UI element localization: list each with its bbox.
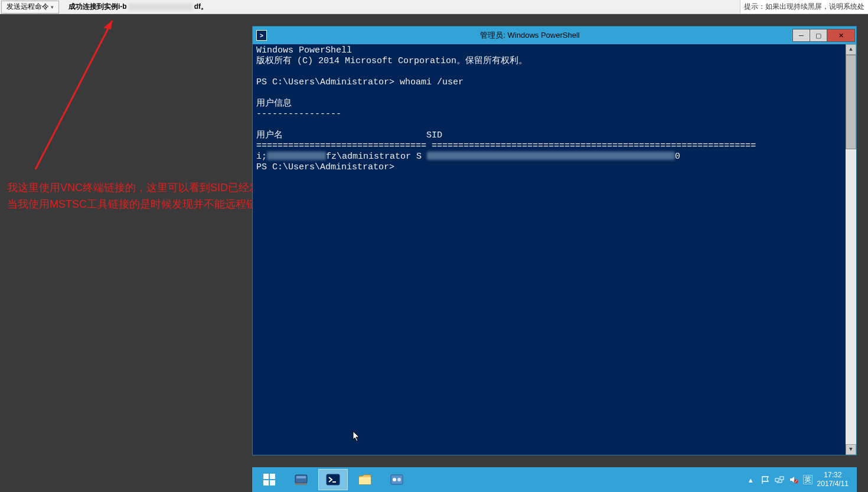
svg-rect-7 — [296, 476, 306, 478]
start-icon — [262, 473, 276, 487]
taskbar-tray: ▴ 英 17:32 2017/4/11 — [746, 471, 854, 488]
ps-row-suffix: 0 — [675, 152, 680, 162]
start-button[interactable] — [254, 469, 284, 490]
ps-col-sid: SID — [426, 130, 442, 140]
ime-indicator[interactable]: 英 — [803, 475, 812, 484]
annotation-arrow — [32, 16, 133, 181]
taskbar-control-panel[interactable] — [382, 469, 412, 490]
explorer-icon — [357, 471, 373, 488]
svg-rect-9 — [327, 474, 340, 485]
network-icon[interactable] — [775, 475, 784, 484]
powershell-body[interactable]: Windows PowerShell 版权所有 (C) 2014 Microso… — [253, 44, 856, 455]
svg-rect-3 — [270, 474, 275, 479]
ps-line: ---------------- — [256, 109, 341, 119]
ps-row-mid: fz\administrator S — [326, 152, 422, 162]
clock-date: 2017/4/11 — [817, 480, 849, 488]
svg-rect-5 — [270, 480, 275, 486]
maximize-button[interactable]: ▢ — [810, 29, 827, 42]
ps-row-prefix: i; — [256, 152, 267, 162]
svg-rect-15 — [775, 478, 779, 481]
ps-line: Windows PowerShell — [256, 45, 352, 55]
scroll-up-button[interactable]: ▲ — [846, 44, 856, 55]
powershell-title: 管理员: Windows PowerShell — [267, 30, 793, 41]
close-button[interactable]: ✕ — [827, 29, 855, 42]
taskbar-file-explorer[interactable] — [350, 469, 380, 490]
hint-text: 提示：如果出现持续黑屏，说明系统处 — [740, 0, 868, 14]
svg-rect-8 — [295, 483, 307, 485]
status-prefix: 成功连接到实例i-b — [68, 2, 127, 12]
action-center-flag-icon[interactable] — [761, 475, 770, 484]
svg-point-14 — [397, 478, 401, 481]
svg-rect-16 — [780, 477, 784, 480]
send-remote-command-button[interactable]: 发送远程命令 — [1, 1, 59, 14]
powershell-scrollbar[interactable]: ▲ ▼ — [846, 44, 856, 455]
server-manager-icon — [293, 471, 309, 488]
tray-chevron-icon[interactable]: ▴ — [746, 475, 756, 484]
windows-taskbar: ▴ 英 17:32 2017/4/11 — [252, 467, 857, 492]
ps-line: 版权所有 (C) 2014 Microsoft Corporation。保留所有… — [256, 56, 527, 66]
vnc-top-bar: 发送远程命令 成功连接到实例i-b xxxxxxxxxx df。 提示：如果出现… — [0, 0, 868, 14]
powershell-titlebar[interactable]: > 管理员: Windows PowerShell ─ ▢ ✕ — [253, 27, 856, 44]
sound-muted-icon[interactable] — [789, 475, 798, 484]
powershell-titlebar-icon: > — [256, 30, 267, 41]
ps-line: PS C:\Users\Administrator> — [256, 162, 394, 172]
redacted-sid: xxxxxxxxxxxxxxxxxxxxxxxxxxxxxxxxxxxx — [427, 152, 675, 160]
minimize-button[interactable]: ─ — [792, 29, 810, 42]
powershell-window: > 管理员: Windows PowerShell ─ ▢ ✕ Windows … — [252, 26, 857, 455]
ps-line: 用户信息 — [256, 99, 292, 109]
control-panel-icon — [389, 471, 405, 488]
redacted-hostname: xxxxxxxx — [267, 152, 326, 160]
svg-marker-1 — [103, 21, 112, 29]
svg-point-13 — [393, 478, 396, 481]
redacted-instance-id: xxxxxxxxxx — [128, 4, 193, 11]
svg-rect-4 — [263, 480, 269, 486]
send-cmd-label: 发送远程命令 — [6, 2, 49, 12]
taskbar-server-manager[interactable] — [286, 469, 316, 490]
vnc-remote-area[interactable]: 我这里使用VNC终端链接的，这里可以看到SID已经发生改变， 当我使用MSTSC… — [0, 14, 868, 492]
powershell-icon — [325, 471, 341, 488]
svg-line-0 — [35, 21, 112, 169]
connection-status: 成功连接到实例i-b xxxxxxxxxx df。 — [65, 2, 211, 12]
taskbar-powershell[interactable] — [318, 469, 348, 490]
ps-line: PS C:\Users\Administrator> whoami /user — [256, 77, 464, 87]
ps-col-user: 用户名 — [256, 130, 283, 140]
taskbar-clock[interactable]: 17:32 2017/4/11 — [817, 471, 849, 488]
clock-time: 17:32 — [817, 471, 849, 480]
ps-sep2: ========================================… — [432, 141, 756, 151]
scroll-down-button[interactable]: ▼ — [846, 444, 856, 455]
window-buttons: ─ ▢ ✕ — [793, 29, 855, 42]
svg-rect-11 — [359, 477, 371, 484]
status-suffix: df。 — [194, 2, 208, 12]
svg-rect-2 — [263, 474, 269, 479]
scroll-thumb[interactable] — [846, 55, 856, 149]
ps-sep1: ================================ — [256, 141, 426, 151]
